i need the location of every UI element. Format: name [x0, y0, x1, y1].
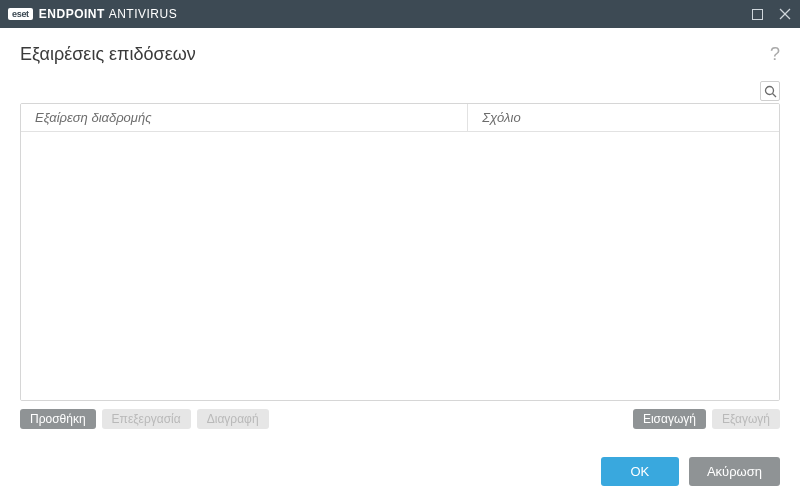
search-icon: [764, 85, 777, 98]
exclusions-table: Εξαίρεση διαδρομής Σχόλιο: [20, 103, 780, 401]
maximize-button[interactable]: [750, 7, 764, 21]
header-row: Εξαιρέσεις επιδόσεων ?: [20, 44, 780, 65]
window-controls: [750, 7, 792, 21]
close-icon: [779, 8, 791, 20]
search-row: [20, 81, 780, 101]
content-area: Εξαιρέσεις επιδόσεων ? Εξαίρεση διαδρομή…: [0, 28, 800, 500]
titlebar: eset ENDPOINT ANTIVIRUS: [0, 0, 800, 28]
column-header-comment[interactable]: Σχόλιο: [468, 104, 779, 131]
table-body[interactable]: [21, 132, 779, 400]
cancel-button[interactable]: Ακύρωση: [689, 457, 780, 486]
svg-rect-0: [752, 9, 762, 19]
export-button: Εξαγωγή: [712, 409, 780, 429]
search-button[interactable]: [760, 81, 780, 101]
product-name-light: ANTIVIRUS: [109, 7, 178, 21]
ok-button[interactable]: OK: [601, 457, 679, 486]
svg-line-4: [772, 93, 776, 97]
action-row: Προσθήκη Επεξεργασία Διαγραφή Εισαγωγή Ε…: [20, 409, 780, 429]
brand-badge: eset: [8, 8, 33, 20]
edit-button: Επεξεργασία: [102, 409, 191, 429]
page-title: Εξαιρέσεις επιδόσεων: [20, 44, 196, 65]
import-button[interactable]: Εισαγωγή: [633, 409, 706, 429]
table-header: Εξαίρεση διαδρομής Σχόλιο: [21, 104, 779, 132]
help-button[interactable]: ?: [770, 44, 780, 65]
close-button[interactable]: [778, 7, 792, 21]
right-actions: Εισαγωγή Εξαγωγή: [633, 409, 780, 429]
svg-point-3: [765, 86, 773, 94]
add-button[interactable]: Προσθήκη: [20, 409, 96, 429]
footer: OK Ακύρωση: [20, 457, 780, 486]
window-title: ENDPOINT ANTIVIRUS: [39, 7, 750, 21]
product-name-bold: ENDPOINT: [39, 7, 109, 21]
delete-button: Διαγραφή: [197, 409, 269, 429]
column-header-path[interactable]: Εξαίρεση διαδρομής: [21, 104, 468, 131]
left-actions: Προσθήκη Επεξεργασία Διαγραφή: [20, 409, 269, 429]
maximize-icon: [752, 9, 763, 20]
